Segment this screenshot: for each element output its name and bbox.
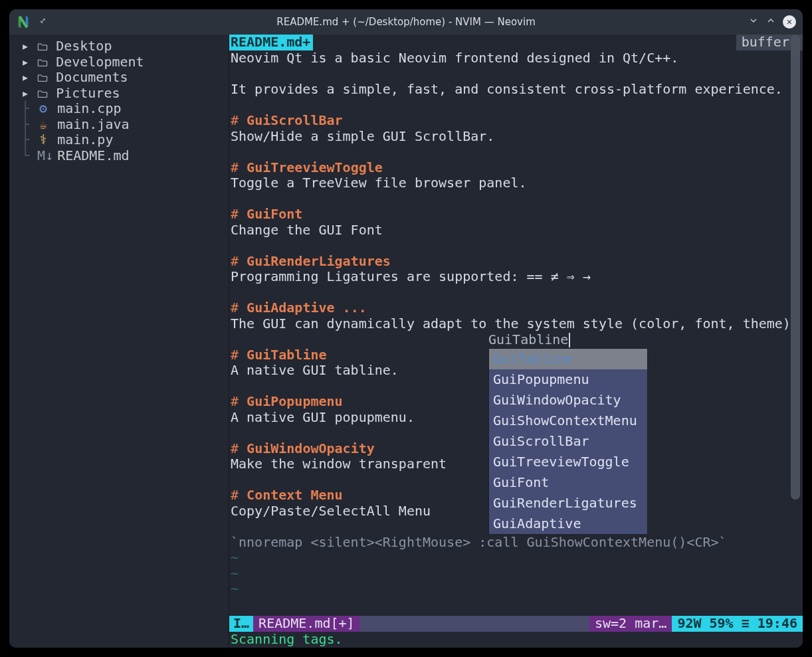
editor-line: ~: [231, 566, 801, 582]
completion-item[interactable]: GuiFont: [489, 472, 647, 493]
chevron-right-icon: ▸: [21, 54, 37, 70]
tree-guide-icon: ├: [21, 117, 37, 133]
filetype-icon: ⚕: [37, 132, 49, 148]
tree-item-label: main.cpp: [49, 101, 121, 117]
editor-line: [231, 238, 801, 254]
tree-file[interactable]: ├ ⚙ main.cpp: [9, 101, 229, 117]
editor-line: # GuiAdaptive ...: [231, 300, 801, 316]
tree-folder[interactable]: ▸ Development: [9, 54, 229, 70]
folder-icon: [37, 70, 48, 86]
status-file: README.md[+]: [253, 616, 360, 632]
command-line-text: Scanning tags.: [231, 632, 343, 648]
cursor-icon: [569, 333, 570, 347]
editor-line: [231, 144, 801, 160]
close-button[interactable]: [783, 15, 796, 29]
editor-line: `nnoremap <silent><RightMouse> :call Gui…: [231, 535, 801, 551]
maximize-button[interactable]: [765, 15, 776, 29]
tree-file[interactable]: ├ ⚕ main.py: [9, 132, 229, 148]
completion-popup[interactable]: GuiTablineGuiPopupmenuGuiWindowOpacityGu…: [488, 348, 648, 535]
editor-line: Show/Hide a simple GUI ScrollBar.: [231, 129, 801, 145]
tab-active[interactable]: README.md+: [229, 35, 313, 50]
editor-line: The GUI can dynamically adapt to the sys…: [231, 316, 801, 332]
tree-guide-icon: ├: [21, 132, 37, 148]
chevron-right-icon: ▸: [21, 39, 37, 54]
filetype-icon: ☕: [37, 117, 49, 133]
tree-file[interactable]: └ M↓ README.md: [9, 148, 229, 164]
titlebar: README.md + (~/Desktop/home) - NVIM — Ne…: [9, 9, 803, 35]
editor-line: Toggle a TreeView file browser panel.: [231, 175, 801, 191]
status-position: 92W 59% ≡ 19:46: [672, 616, 803, 632]
editor-line: Programming Ligatures are supported: == …: [231, 269, 801, 285]
tree-folder[interactable]: ▸ Desktop: [9, 39, 229, 54]
folder-icon: [37, 54, 48, 70]
scrollbar-thumb[interactable]: [791, 35, 800, 500]
chevron-right-icon: ▸: [21, 86, 37, 102]
tree-item-label: README.md: [49, 148, 129, 164]
completion-item[interactable]: GuiScrollBar: [489, 431, 647, 452]
status-settings: sw=2 mar…: [589, 616, 672, 632]
editor-pane[interactable]: README.md+ buffers Neovim Qt is a basic …: [229, 35, 803, 648]
editor-line: ~: [231, 581, 801, 597]
neovim-logo-icon: [16, 15, 31, 29]
editor-line: [231, 191, 801, 207]
folder-icon: [37, 86, 48, 102]
editor-line: [231, 98, 801, 114]
file-tree[interactable]: ▸ Desktop▸ Development▸ Documents▸ Pictu…: [9, 35, 229, 648]
tree-item-label: Pictures: [48, 86, 120, 102]
tree-folder[interactable]: ▸ Pictures: [9, 86, 229, 102]
completion-typed: GuiTabline: [488, 332, 570, 348]
filetype-icon: M↓: [37, 148, 49, 164]
completion-item[interactable]: GuiPopupmenu: [489, 369, 647, 390]
completion-item[interactable]: GuiTabline: [489, 349, 647, 369]
content-area: ▸ Desktop▸ Development▸ Documents▸ Pictu…: [9, 35, 803, 648]
tree-guide-icon: ├: [21, 101, 37, 117]
tabline: README.md+ buffers: [229, 35, 803, 50]
tree-item-label: Desktop: [48, 39, 112, 54]
tree-folder[interactable]: ▸ Documents: [9, 70, 229, 86]
window-title: README.md + (~/Desktop/home) - NVIM — Ne…: [9, 16, 803, 28]
editor-line: # GuiFont: [231, 207, 801, 223]
editor-line: Change the GUI Font: [231, 223, 801, 238]
tree-item-label: main.py: [49, 132, 113, 148]
pin-icon[interactable]: [37, 16, 47, 28]
editor-line: # GuiScrollBar: [231, 113, 801, 129]
completion-item[interactable]: GuiShowContextMenu: [489, 411, 647, 431]
status-mode: I…: [229, 616, 253, 632]
scrollbar-track[interactable]: [791, 35, 800, 638]
tree-item-label: main.java: [49, 117, 129, 133]
completion-item[interactable]: GuiAdaptive: [489, 514, 647, 534]
tree-file[interactable]: ├ ☕ main.java: [9, 117, 229, 133]
editor-line: ~: [231, 550, 801, 566]
tree-item-label: Documents: [48, 70, 128, 86]
editor-line: # GuiTreeviewToggle: [231, 160, 801, 176]
completion-item[interactable]: GuiRenderLigatures: [489, 493, 647, 514]
filetype-icon: ⚙: [37, 101, 49, 117]
editor-line: [231, 285, 801, 301]
editor-line: Neovim Qt is a basic Neovim frontend des…: [231, 50, 801, 66]
app-window: README.md + (~/Desktop/home) - NVIM — Ne…: [9, 9, 803, 648]
completion-typed-text: GuiTabline: [488, 332, 568, 348]
editor-line: It provides a simple, fast, and consiste…: [231, 82, 801, 98]
completion-item[interactable]: GuiWindowOpacity: [489, 390, 647, 411]
completion-item[interactable]: GuiTreeviewToggle: [489, 452, 647, 472]
editor-line: # GuiRenderLigatures: [231, 254, 801, 270]
command-line: Scanning tags.: [229, 632, 803, 648]
editor-line: [231, 66, 801, 82]
tree-guide-icon: └: [21, 148, 37, 164]
chevron-right-icon: ▸: [21, 70, 37, 86]
minimize-button[interactable]: [748, 15, 759, 29]
status-line: I… README.md[+] sw=2 mar… 92W 59% ≡ 19:4…: [229, 616, 803, 632]
folder-icon: [37, 39, 48, 54]
tree-item-label: Development: [48, 54, 144, 70]
